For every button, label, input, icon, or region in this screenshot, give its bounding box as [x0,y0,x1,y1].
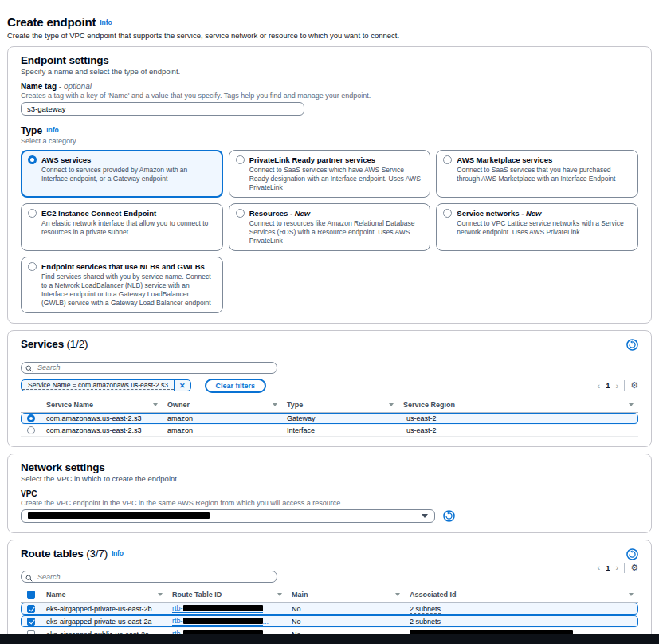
services-count: (1/2) [67,338,88,350]
cell-associated-id: 2 subnets [405,603,638,615]
type-option-marketplace[interactable]: AWS Marketplace services Connect to SaaS… [436,150,638,198]
type-option-description: Find services shared with you by service… [41,273,215,308]
name-tag-optional: - optional [59,82,92,91]
type-option-label: Endpoint services that use NLBs and GWLB… [41,262,205,271]
cell-route-table-id[interactable]: rtb-... [167,603,287,615]
page-number[interactable]: 1 [606,564,610,572]
next-page-icon[interactable]: › [615,563,618,572]
route-table-row: eks-airgapped-private-us-east-2a rtb-...… [21,615,638,628]
route-tables-pagination: ‹ 1 › ⚙ [597,563,638,573]
services-table-header: Service Name Owner Type Service Region [21,399,638,413]
type-hint: Select a category [21,137,638,145]
col-associated-id: Associated Id [405,591,638,599]
services-table: Service Name Owner Type Service Region c… [21,399,638,437]
services-pagination: ‹ 1 › ⚙ [597,380,638,391]
redacted-route-table-id [183,605,263,611]
name-tag-input[interactable] [21,102,304,116]
endpoint-settings-title: Endpoint settings [21,54,638,66]
redacted-vpc-value [28,512,210,519]
remove-filter-icon[interactable]: ✕ [174,380,190,391]
prev-page-icon[interactable]: ‹ [597,563,600,572]
services-search-input[interactable] [21,362,277,374]
sort-icon[interactable] [395,593,400,596]
sort-icon[interactable] [153,403,158,406]
col-service-name: Service Name [41,401,163,409]
route-tables-count: (3/7) [86,548,108,560]
cell-type: Interface [282,425,398,436]
row-radio-selected[interactable] [27,414,35,422]
page-info-link[interactable]: Info [100,18,112,26]
type-option-service-networks[interactable]: Service networks - New Connect to VPC La… [436,203,638,251]
radio-icon[interactable] [443,209,452,218]
type-option-description: An elastic network interface that allow … [41,219,215,237]
service-row: com.amazonaws.us-east-2.s3 amazon Interf… [21,425,638,437]
clear-filters-button[interactable]: Clear filters [205,379,267,393]
cell-type: Gateway [282,413,398,424]
type-option-privatelink-partner[interactable]: PrivateLink Ready partner services Conne… [229,150,431,198]
type-option-description: Connect to services provided by Amazon w… [41,166,215,183]
select-all-checkbox[interactable] [27,591,35,599]
cell-region: us-east-2 [398,413,638,424]
route-tables-info-link[interactable]: Info [112,549,124,557]
col-service-region: Service Region [398,401,638,409]
table-settings-gear-icon[interactable]: ⚙ [630,381,638,390]
sort-icon[interactable] [273,403,277,406]
type-option-description: Connect to SaaS services that you have p… [457,166,630,183]
route-tables-search [21,568,277,583]
refresh-icon[interactable] [626,548,638,564]
chevron-down-icon [422,514,428,518]
sort-icon[interactable] [629,593,634,596]
type-option-label: EC2 Instance Connect Endpoint [41,209,156,218]
type-option-nlb-gwlb[interactable]: Endpoint services that use NLBs and GWLB… [21,257,223,313]
cell-region: us-east-2 [398,425,638,436]
type-option-resources[interactable]: Resources - New Connect to resources lik… [229,203,431,251]
vpc-label: VPC [21,489,638,498]
cell-associated-id: 2 subnets [405,616,638,627]
table-settings-gear-icon[interactable]: ⚙ [630,564,638,572]
route-tables-card: Route tables (3/7)Info ‹ 1 › ⚙ Name Rout… [7,540,652,644]
radio-icon[interactable] [443,155,452,164]
page-title: Create endpoint [7,15,96,29]
radio-icon[interactable] [236,209,245,218]
search-icon [25,571,33,585]
row-checkbox-checked[interactable] [27,605,35,613]
cell-main: No [287,616,405,627]
radio-icon[interactable] [236,155,245,164]
cell-name: eks-airgapped-private-us-east-2b [41,603,167,615]
cell-route-table-id[interactable]: rtb-... [167,615,287,627]
sort-icon[interactable] [629,403,634,406]
new-badge: - New [290,209,310,218]
vpc-select[interactable] [21,509,435,523]
radio-icon[interactable] [28,262,37,271]
type-option-description: Connect to SaaS services which have AWS … [249,166,423,192]
type-option-label: Service networks - New [457,209,541,218]
cell-name: eks-airgapped-private-us-east-2a [41,616,167,627]
type-option-ec2-instance-connect[interactable]: EC2 Instance Connect Endpoint An elastic… [21,203,223,251]
radio-icon[interactable] [28,209,37,218]
route-tables-search-input[interactable] [21,571,277,583]
name-tag-label: Name tag - optional [21,82,638,91]
next-page-icon[interactable]: › [615,381,618,391]
route-tables-title: Route tables (3/7)Info [21,548,124,560]
sort-icon[interactable] [158,593,163,596]
refresh-icon[interactable] [626,339,638,354]
type-option-description: Connect to resources like Amazon Relatio… [249,219,423,245]
vpc-hint: Create the VPC endpoint in the VPC in th… [21,499,638,507]
col-main: Main [287,591,405,599]
cell-main: No [287,603,405,615]
type-option-aws-services[interactable]: AWS services Connect to services provide… [21,150,223,198]
redacted-bottom-bar [0,634,659,644]
radio-selected-icon[interactable] [28,155,37,164]
route-tables-header: Name Route Table ID Main Associated Id [21,588,638,603]
refresh-icon[interactable] [443,510,455,522]
page-number[interactable]: 1 [606,381,610,390]
type-info-link[interactable]: Info [46,126,59,134]
row-radio[interactable] [27,426,35,434]
prev-page-icon[interactable]: ‹ [597,381,600,391]
col-route-table-id: Route Table ID [167,591,287,599]
row-checkbox-checked[interactable] [27,618,35,626]
sort-icon[interactable] [277,593,282,596]
sort-icon[interactable] [389,403,394,406]
services-card: Services (1/2) Service Name = com.amazon… [7,330,652,447]
col-owner: Owner [163,401,282,409]
